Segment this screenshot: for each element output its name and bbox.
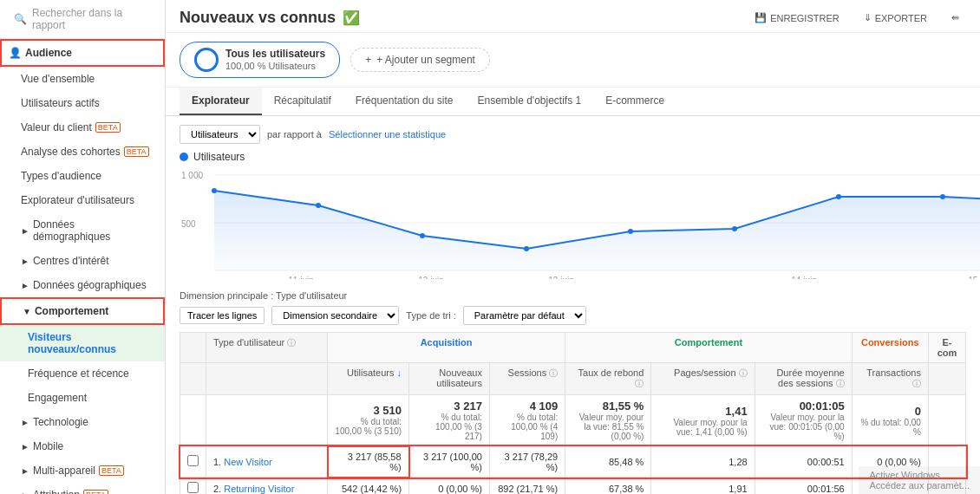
add-segment-button[interactable]: + + Ajouter un segment <box>350 48 490 72</box>
info-icon[interactable]: ⓘ <box>287 338 296 348</box>
sidebar: 🔍 Rechercher dans la rapport 👤AudienceVu… <box>0 0 166 494</box>
pages-session-header[interactable]: Pages/session ⓘ <box>651 363 755 395</box>
tracer-lignes-button[interactable]: Tracer les lignes <box>180 307 265 324</box>
comportement-group-header: Comportement <box>565 333 852 363</box>
sidebar-item-multi-appareil[interactable]: ►Multi-appareilBETA <box>0 458 165 483</box>
transactions-info-icon[interactable]: ⓘ <box>912 379 921 388</box>
row-checkbox[interactable] <box>180 478 206 495</box>
chart-section: Utilisateurs par rapport à Sélectionner … <box>166 116 980 290</box>
sidebar-item-engagement[interactable]: Engagement <box>0 386 165 410</box>
duree-info-icon[interactable]: ⓘ <box>836 379 845 388</box>
tab-ensemble-objectifs[interactable]: Ensemble d'objectifs 1 <box>465 88 593 115</box>
taux-rebond-header[interactable]: Taux de rebond ⓘ <box>565 363 651 395</box>
row-checkbox-input[interactable] <box>187 482 199 493</box>
segment-circle-icon <box>194 48 219 72</box>
tab-frequentation[interactable]: Fréquentation du site <box>343 88 466 115</box>
ecom-group-header: E-com <box>928 333 965 363</box>
row-utilisateurs: 3 217 (85,58 %) <box>328 446 409 478</box>
type-utilisateur-header: Type d'utilisateur ⓘ <box>206 333 328 363</box>
export-icon: ⇓ <box>864 12 872 23</box>
rebond-info-icon[interactable]: ⓘ <box>635 379 644 388</box>
sidebar-item-vue-ensemble[interactable]: Vue d'ensemble <box>0 67 165 91</box>
sidebar-item-analyse-cohortes[interactable]: Analyse des cohortesBETA <box>0 140 165 164</box>
totals-sessions: 4 109% du total: 100,00 % (4 109) <box>489 395 565 446</box>
table-row: 1. New Visitor 3 217 (85,58 %) 3 217 (10… <box>180 446 966 478</box>
sidebar-item-technologie[interactable]: ►Technologie <box>0 410 165 434</box>
row-checkbox-input[interactable] <box>187 455 199 466</box>
row-rank: 2. <box>213 484 221 494</box>
row-nouveaux: 0 (0,00 %) <box>409 478 490 495</box>
totals-nouveaux: 3 217% du total: 100,00 % (3 217) <box>409 395 490 446</box>
totals-pages-session: 1,41Valeur moy. pour la vue: 1,41 (0,00 … <box>651 395 755 446</box>
svg-point-9 <box>524 246 529 251</box>
row-pages-session: 1,91 <box>651 478 755 495</box>
sidebar-item-mobile[interactable]: ►Mobile <box>0 434 165 458</box>
type-utilisateur-sub-header <box>206 363 328 395</box>
sidebar-search[interactable]: 🔍 Rechercher dans la rapport <box>0 0 165 39</box>
header-actions: 💾 ENREGISTRER ⇓ EXPORTER ⇚ <box>748 9 966 27</box>
parametre-dropdown[interactable]: Paramètre par défaut <box>463 306 586 325</box>
save-button[interactable]: 💾 ENREGISTRER <box>748 9 846 27</box>
row-taux-rebond: 67,38 % <box>565 478 651 495</box>
svg-text:1 000: 1 000 <box>181 171 203 180</box>
utilisateurs-header[interactable]: Utilisateurs ↓ <box>328 363 409 395</box>
row-duree: 00:00:51 <box>755 446 852 478</box>
export-button[interactable]: ⇓ EXPORTER <box>857 9 934 27</box>
sidebar-item-donnees-geographiques[interactable]: ►Données géographiques <box>0 273 165 297</box>
metric-legend: Utilisateurs <box>180 151 966 163</box>
page-title: Nouveaux vs connus <box>180 9 336 27</box>
duree-moyenne-header[interactable]: Durée moyenne des sessions ⓘ <box>755 363 852 395</box>
svg-marker-5 <box>214 191 980 270</box>
tab-bar: ExplorateurRécapitulatifFréquentation du… <box>166 88 980 116</box>
sidebar-item-attribution[interactable]: ►AttributionBETA <box>0 483 165 494</box>
dimension-secondaire-dropdown[interactable]: Dimension secondaire <box>271 306 399 325</box>
svg-text:500: 500 <box>181 219 196 229</box>
conversions-group-header: Conversions <box>852 333 928 363</box>
metric-dropdown[interactable]: Utilisateurs <box>180 125 260 144</box>
sidebar-item-donnees-demographiques[interactable]: ►Données démographiques <box>0 212 165 249</box>
sessions-header[interactable]: Sessions ⓘ <box>489 363 565 395</box>
sessions-info-icon[interactable]: ⓘ <box>549 368 558 378</box>
chart-container: 1 000 500 <box>180 166 966 282</box>
totals-transactions: 0% du total: 0,00 % <box>852 395 928 446</box>
transactions-header[interactable]: Transactions ⓘ <box>852 363 928 395</box>
metric-dot-icon <box>180 153 188 161</box>
row-type-link[interactable]: Returning Visitor <box>224 484 294 494</box>
line-chart: 1 000 500 <box>180 166 980 279</box>
share-button[interactable]: ⇚ <box>944 9 966 27</box>
svg-point-13 <box>940 194 945 199</box>
totals-label <box>206 395 328 446</box>
sidebar-item-centres-interet[interactable]: ►Centres d'intérêt <box>0 249 165 273</box>
tab-explorateur[interactable]: Explorateur <box>180 88 262 115</box>
nouveaux-utilisateurs-header[interactable]: Nouveaux utilisateurs <box>409 363 490 395</box>
row-utilisateurs: 542 (14,42 %) <box>328 478 409 495</box>
row-duree: 00:01:56 <box>755 478 852 495</box>
chart-controls: Utilisateurs par rapport à Sélectionner … <box>180 125 966 144</box>
sidebar-item-audience[interactable]: 👤Audience <box>0 39 165 67</box>
row-rank: 1. <box>213 457 221 467</box>
main-content: Nouveaux vs connus ✅ 💾 ENREGISTRER ⇓ EXP… <box>166 0 980 494</box>
sidebar-item-valeur-client[interactable]: Valeur du clientBETA <box>0 115 165 140</box>
totals-checkbox <box>180 395 206 446</box>
tab-ecommerce[interactable]: E-commerce <box>593 88 676 115</box>
checkbox-sub-header <box>180 363 206 395</box>
svg-point-10 <box>628 229 633 234</box>
svg-text:13 juin: 13 juin <box>548 276 573 279</box>
row-checkbox[interactable] <box>180 446 206 478</box>
table-controls: Tracer les lignes Dimension secondaire T… <box>180 306 966 325</box>
row-type-link[interactable]: New Visitor <box>224 457 271 467</box>
ecom-sub-header <box>928 363 965 395</box>
compare-statistic-link[interactable]: Sélectionner une statistique <box>329 129 446 140</box>
all-users-segment[interactable]: Tous les utilisateurs 100,00 % Utilisate… <box>180 42 340 78</box>
sidebar-item-comportement[interactable]: ▼Comportement <box>0 297 165 325</box>
totals-taux-rebond: 81,55 %Valeur moy. pour la vue: 81,55 % … <box>565 395 651 446</box>
sidebar-item-visiteurs-nouveaux[interactable]: Visiteurs nouveaux/connus <box>0 325 165 361</box>
tab-recapitulatif[interactable]: Récapitulatif <box>262 88 343 115</box>
sidebar-item-utilisateurs-actifs[interactable]: Utilisateurs actifs <box>0 91 165 115</box>
totals-ecom <box>928 395 965 446</box>
sidebar-item-frequence-recence[interactable]: Fréquence et récence <box>0 361 165 386</box>
sidebar-item-types-audience[interactable]: Types d'audience <box>0 164 165 188</box>
sidebar-item-explorateur-utilisateurs[interactable]: Explorateur d'utilisateurs <box>0 188 165 212</box>
pages-info-icon[interactable]: ⓘ <box>739 368 748 378</box>
plus-icon: + <box>365 54 371 66</box>
